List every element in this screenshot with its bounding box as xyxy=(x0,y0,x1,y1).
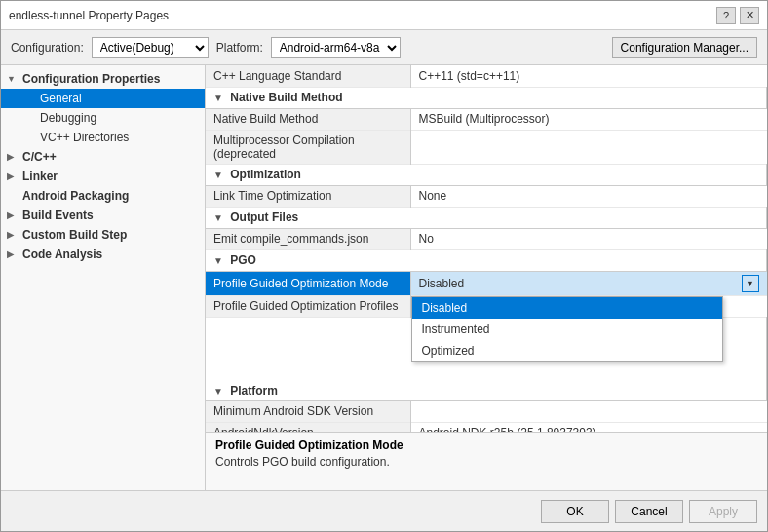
title-bar: endless-tunnel Property Pages ? ✕ xyxy=(1,1,767,30)
prop-label: Link Time Optimization xyxy=(206,185,410,207)
sidebar-item-general[interactable]: General xyxy=(1,89,205,108)
option-label: Disabled xyxy=(422,301,468,315)
section-header-native: ▼ Native Build Method xyxy=(206,87,767,108)
main-content: ▼ Configuration Properties General Debug… xyxy=(1,65,767,490)
table-row-ndk-version: AndroidNdkVersion Android NDK r25b (25.1… xyxy=(206,422,767,432)
sidebar-item-android-packaging[interactable]: Android Packaging xyxy=(1,186,205,206)
expand-icon: ▶ xyxy=(7,152,19,162)
prop-table-container: C++ Language Standard C++11 (std=c++11) … xyxy=(206,65,767,432)
prop-label: Emit compile_commands.json xyxy=(206,228,410,249)
section-header-pgo: ▼ PGO xyxy=(206,249,767,271)
section-toggle-icon[interactable]: ▼ xyxy=(213,212,223,223)
section-header-label: Platform xyxy=(230,384,278,398)
section-header-label: Output Files xyxy=(230,210,298,224)
section-toggle-icon[interactable]: ▼ xyxy=(213,93,223,103)
prop-value[interactable]: None xyxy=(410,185,767,207)
prop-label: Profile Guided Optimization Profiles xyxy=(206,295,410,317)
sidebar-item-config-properties[interactable]: ▼ Configuration Properties xyxy=(1,69,205,89)
apply-button[interactable]: Apply xyxy=(689,500,757,523)
config-label: Configuration: xyxy=(11,41,84,55)
description-title: Profile Guided Optimization Mode xyxy=(215,438,757,452)
close-button[interactable]: ✕ xyxy=(740,7,759,24)
config-manager-button[interactable]: Configuration Manager... xyxy=(612,37,757,58)
config-bar: Configuration: Active(Debug) Platform: A… xyxy=(1,30,767,65)
sidebar-item-label: VC++ Directories xyxy=(40,131,129,144)
properties-panel: C++ Language Standard C++11 (std=c++11) … xyxy=(206,65,767,490)
section-header-output: ▼ Output Files xyxy=(206,207,767,228)
prop-value[interactable]: C++11 (std=c++11) xyxy=(410,65,767,87)
prop-value[interactable] xyxy=(410,130,767,164)
table-row: Link Time Optimization None xyxy=(206,185,767,207)
sidebar-item-label: General xyxy=(40,92,82,105)
footer: OK Cancel Apply xyxy=(1,490,767,531)
dropdown-option-optimized[interactable]: Optimized xyxy=(412,340,722,361)
sidebar-item-label: Android Packaging xyxy=(22,189,129,203)
sidebar-item-cpp[interactable]: ▶ C/C++ xyxy=(1,147,205,167)
prop-value[interactable]: No xyxy=(410,228,767,249)
prop-value[interactable] xyxy=(410,400,767,422)
table-row: Native Build Method MSBuild (Multiproces… xyxy=(206,108,767,130)
expand-icon: ▼ xyxy=(7,74,19,84)
sidebar: ▼ Configuration Properties General Debug… xyxy=(1,65,206,490)
dropdown-option-disabled[interactable]: Disabled xyxy=(412,297,722,319)
sidebar-item-vc-directories[interactable]: VC++ Directories xyxy=(1,128,205,147)
table-row: Multiprocessor Compilation (deprecated xyxy=(206,130,767,164)
title-controls: ? ✕ xyxy=(716,7,759,24)
sidebar-item-custom-build-step[interactable]: ▶ Custom Build Step xyxy=(1,225,205,245)
sidebar-item-label: Linker xyxy=(22,170,58,183)
option-label: Optimized xyxy=(422,344,475,358)
expand-icon: ▶ xyxy=(7,171,19,181)
dropdown-option-instrumented[interactable]: Instrumented xyxy=(412,319,722,340)
prop-label: Profile Guided Optimization Mode xyxy=(206,271,410,295)
table-row-pgo-mode: Profile Guided Optimization Mode Disable… xyxy=(206,271,767,295)
expand-icon: ▶ xyxy=(7,249,19,259)
cancel-button[interactable]: Cancel xyxy=(615,500,683,523)
prop-value[interactable]: Android NDK r25b (25.1.8937393) xyxy=(410,422,767,432)
section-header-label: Optimization xyxy=(230,168,301,181)
dropdown-overlay: Disabled Instrumented Optimized xyxy=(411,296,723,362)
section-toggle-icon[interactable]: ▼ xyxy=(213,255,223,266)
sidebar-item-code-analysis[interactable]: ▶ Code Analysis xyxy=(1,245,205,264)
platform-select[interactable]: Android-arm64-v8a xyxy=(271,37,401,58)
table-row: Emit compile_commands.json No xyxy=(206,228,767,249)
sidebar-item-build-events[interactable]: ▶ Build Events xyxy=(1,206,205,225)
dropdown-arrow-button[interactable]: ▼ xyxy=(742,275,759,292)
sidebar-item-label: Custom Build Step xyxy=(22,228,127,242)
sidebar-item-label: C/C++ xyxy=(22,150,57,164)
ok-button[interactable]: OK xyxy=(541,500,609,523)
prop-label: Native Build Method xyxy=(206,108,410,130)
prop-label: Minimum Android SDK Version xyxy=(206,400,410,422)
prop-label: AndroidNdkVersion xyxy=(206,422,410,432)
expand-icon: ▶ xyxy=(7,230,19,240)
table-row: C++ Language Standard C++11 (std=c++11) xyxy=(206,65,767,87)
section-toggle-icon[interactable]: ▼ xyxy=(213,170,223,180)
table-row-min-sdk: Minimum Android SDK Version xyxy=(206,400,767,422)
sidebar-item-debugging[interactable]: Debugging xyxy=(1,108,205,128)
section-header-optimization: ▼ Optimization xyxy=(206,164,767,185)
chevron-down-icon: ▼ xyxy=(746,279,754,288)
table-row-pgo-profiles: Profile Guided Optimization Profiles Dis… xyxy=(206,295,767,317)
help-button[interactable]: ? xyxy=(716,7,736,24)
sidebar-item-label: Debugging xyxy=(40,111,96,125)
prop-value[interactable]: MSBuild (Multiprocessor) xyxy=(410,108,767,130)
dropdown-cell: Disabled ▼ xyxy=(419,275,759,292)
sidebar-item-label: Build Events xyxy=(22,209,94,222)
description-text: Controls PGO build configuration. xyxy=(215,455,757,469)
prop-value[interactable]: Disabled ▼ xyxy=(410,271,767,295)
sidebar-item-label: Code Analysis xyxy=(22,247,102,261)
prop-table: C++ Language Standard C++11 (std=c++11) … xyxy=(206,65,767,432)
sidebar-item-linker[interactable]: ▶ Linker xyxy=(1,167,205,186)
section-header-label: PGO xyxy=(230,253,256,267)
option-label: Instrumented xyxy=(422,323,490,336)
configuration-select[interactable]: Active(Debug) xyxy=(92,37,209,58)
prop-label: C++ Language Standard xyxy=(206,65,410,87)
prop-label: Multiprocessor Compilation (deprecated xyxy=(206,130,410,164)
description-panel: Profile Guided Optimization Mode Control… xyxy=(206,432,767,490)
prop-value[interactable]: Disabled Instrumented Optimized xyxy=(410,295,767,317)
expand-icon: ▶ xyxy=(7,210,19,220)
window-title: endless-tunnel Property Pages xyxy=(9,9,169,22)
section-header-label: Native Build Method xyxy=(230,91,342,104)
platform-label: Platform: xyxy=(216,41,263,55)
section-toggle-icon[interactable]: ▼ xyxy=(213,386,223,397)
sidebar-item-label: Configuration Properties xyxy=(22,72,160,86)
